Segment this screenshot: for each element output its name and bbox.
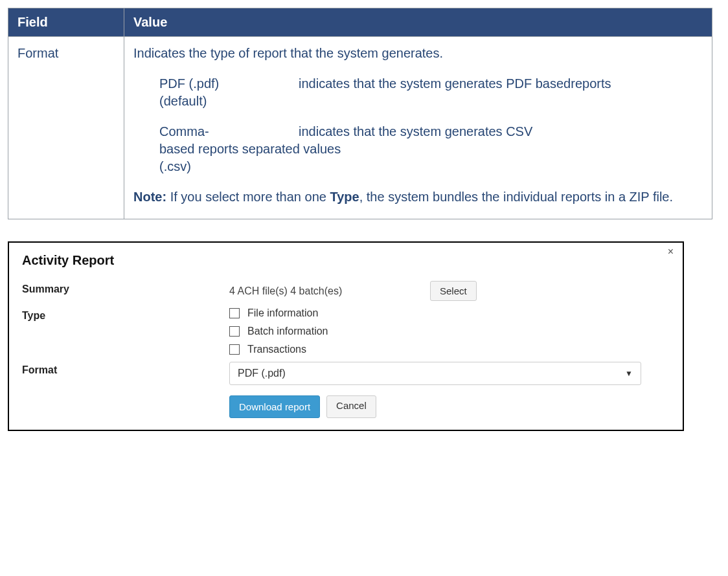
- value-note: Note: If you select more than one Type, …: [133, 188, 703, 206]
- cancel-button[interactable]: Cancel: [326, 395, 376, 418]
- value-pdf: PDF (.pdf)indicates that the system gene…: [133, 75, 703, 110]
- pdf-default: (default): [159, 94, 207, 108]
- header-field: Field: [8, 8, 124, 37]
- note-before: If you select more than one: [166, 190, 330, 204]
- checkbox-label: Transactions: [247, 344, 306, 355]
- type-options: File information Batch information Trans…: [229, 307, 670, 355]
- csv-desc: indicates that the system generates CSV: [299, 124, 532, 138]
- note-after: , the system bundles the individual repo…: [359, 190, 673, 204]
- format-selected-value: PDF (.pdf): [238, 368, 286, 379]
- type-label: Type: [22, 307, 229, 322]
- pdf-label: PDF (.pdf): [159, 75, 299, 93]
- field-value-table: Field Value Format Indicates the type of…: [8, 8, 712, 219]
- summary-text: 4 ACH file(s) 4 batch(es): [229, 285, 430, 297]
- value-intro: Indicates the type of report that the sy…: [133, 45, 703, 62]
- checkbox-icon: [229, 326, 240, 337]
- dialog-actions: Download report Cancel: [229, 395, 670, 418]
- checkbox-file-information[interactable]: File information: [229, 307, 670, 319]
- csv-line2: based reports separated values: [159, 142, 341, 156]
- cell-value: Indicates the type of report that the sy…: [124, 37, 712, 219]
- download-report-button[interactable]: Download report: [229, 395, 320, 418]
- csv-label: Comma-: [159, 123, 299, 140]
- row-type: Type File information Batch information …: [22, 307, 670, 355]
- format-select[interactable]: PDF (.pdf) ▼: [229, 362, 641, 385]
- checkbox-transactions[interactable]: Transactions: [229, 344, 670, 355]
- value-csv: Comma-indicates that the system generate…: [133, 123, 703, 175]
- header-value: Value: [124, 8, 712, 37]
- summary-label: Summary: [22, 281, 229, 295]
- activity-report-dialog: × Activity Report Summary 4 ACH file(s) …: [8, 241, 684, 431]
- table-row: Format Indicates the type of report that…: [8, 37, 712, 219]
- select-button[interactable]: Select: [430, 281, 477, 301]
- row-summary: Summary 4 ACH file(s) 4 batch(es) Select: [22, 281, 670, 301]
- close-icon[interactable]: ×: [668, 247, 674, 257]
- format-label: Format: [22, 362, 229, 376]
- row-format: Format PDF (.pdf) ▼: [22, 362, 670, 385]
- cell-field: Format: [8, 37, 124, 219]
- checkbox-batch-information[interactable]: Batch information: [229, 326, 670, 337]
- dialog-title: Activity Report: [22, 253, 670, 268]
- chevron-down-icon: ▼: [625, 369, 633, 378]
- checkbox-icon: [229, 344, 240, 355]
- checkbox-label: Batch information: [247, 326, 328, 337]
- pdf-desc: indicates that the system generates PDF …: [299, 76, 611, 91]
- note-lead: Note:: [133, 190, 166, 204]
- checkbox-label: File information: [247, 307, 318, 319]
- note-strong: Type: [330, 190, 359, 204]
- checkbox-icon: [229, 308, 240, 318]
- csv-line3: (.csv): [159, 159, 191, 173]
